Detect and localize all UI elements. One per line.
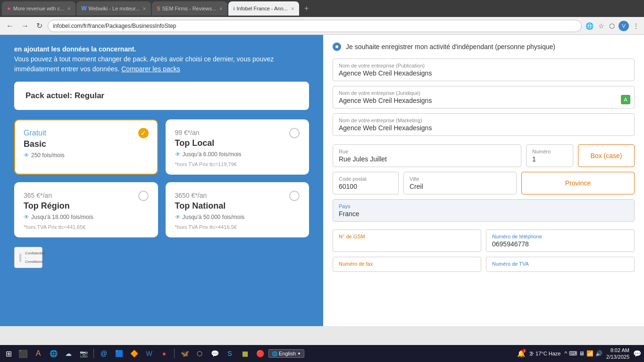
fax-field[interactable]: Numéro de fax xyxy=(333,257,481,272)
plan-top-local-radio[interactable] xyxy=(289,128,301,139)
plan-top-national-radio[interactable] xyxy=(289,191,301,202)
nom-juridique-value[interactable]: Agence Web Creil Hexadesigns xyxy=(339,97,628,104)
eye-icon-local: 👁 xyxy=(175,151,181,158)
language-selector[interactable]: 🌐 English ▼ xyxy=(268,349,304,358)
plan-top-region-tax: *hors TVA Prix ttc=441,65€ xyxy=(24,224,149,230)
captcha-label: Confidentiel - Conditions xyxy=(25,251,45,264)
menu-icon[interactable]: ⋮ xyxy=(632,21,640,31)
plan-top-region-radio[interactable] xyxy=(138,191,150,202)
address-bar[interactable]: infobel.com/fr/france/Packages/BusinessI… xyxy=(48,20,582,32)
taskbar-icon-2[interactable]: 🌐 xyxy=(47,347,60,360)
taskbar-divider-1 xyxy=(93,349,94,358)
comparer-link[interactable]: Comparer les packs xyxy=(121,65,180,73)
notification-icon[interactable]: 🔔 1 xyxy=(517,350,525,357)
tab-webwiki[interactable]: W Webwiki - Le moteur... ✕ xyxy=(76,1,151,16)
clock[interactable]: 8:02 AM 2/13/2025 xyxy=(606,347,629,361)
taskbar-msn-icon[interactable]: 🟦 xyxy=(112,347,125,360)
translate-green-icon[interactable]: A xyxy=(621,95,630,104)
address-row: Code postal 60100 Ville Creil Province xyxy=(333,172,635,194)
code-postal-label: Code postal xyxy=(339,176,393,182)
nom-marketing-field[interactable]: Nom de votre entreprise (Marketing) Agen… xyxy=(333,113,635,136)
nom-publication-value[interactable]: Agence Web Creil Hexadesigns xyxy=(339,69,628,77)
rue-value[interactable]: Rue Jules Juillet xyxy=(339,155,515,163)
fax-tva-row: Numéro de fax Numéro de TVA xyxy=(333,257,635,277)
eye-icon-national: 👁 xyxy=(175,214,181,220)
rue-field[interactable]: Rue Rue Jules Juillet xyxy=(333,144,521,167)
taskbar-browser-3[interactable]: ● xyxy=(158,347,171,360)
taskbar-icon-3[interactable]: 📷 xyxy=(77,347,90,360)
plan-top-local-price: 99 €*/an xyxy=(175,129,300,136)
translate-icon[interactable]: 🌐 xyxy=(585,21,594,31)
plan-top-local[interactable]: 99 €*/an Top Local 👁 Jusqu'à 6.000 fois/… xyxy=(166,119,309,175)
back-button[interactable]: ← xyxy=(4,21,16,31)
taskbar-skype-icon[interactable]: S xyxy=(223,347,236,360)
network-icon[interactable]: 📶 xyxy=(586,350,594,357)
taskbar-display-icon[interactable]: 🖥 xyxy=(579,350,585,357)
code-postal-field[interactable]: Code postal 60100 xyxy=(333,172,399,194)
volume-icon[interactable]: 🔊 xyxy=(595,350,602,357)
plan-top-national[interactable]: 3650 €*/an Top National 👁 Jusqu'à 50.000… xyxy=(166,182,309,237)
pack-actuel-card: Pack actuel: Regular xyxy=(14,82,309,110)
extension-icon[interactable]: ⬡ xyxy=(608,21,616,31)
ville-field[interactable]: Ville Creil xyxy=(403,172,517,194)
start-button[interactable]: ⊞ xyxy=(3,348,15,359)
ville-value[interactable]: Creil xyxy=(410,183,510,190)
taskbar-email-icon[interactable]: @ xyxy=(97,347,110,360)
taskbar-icon-1[interactable]: ⬛ xyxy=(17,347,30,360)
numero-field[interactable]: Numéro 1 xyxy=(526,144,573,167)
tab-close-4[interactable]: ✕ xyxy=(291,6,294,11)
fax-label: Numéro de fax xyxy=(339,261,475,267)
taskbar-divider-2 xyxy=(174,349,175,358)
captcha-checkbox[interactable] xyxy=(19,253,21,262)
taskbar-whatsapp-icon[interactable]: 💬 xyxy=(208,347,221,360)
taskbar-weather-icon[interactable]: ☁ xyxy=(62,347,75,360)
nom-marketing-label: Nom de votre entreprise (Marketing) xyxy=(339,118,628,123)
captcha-area: Confidentiel - Conditions xyxy=(14,243,309,268)
code-postal-value[interactable]: 60100 xyxy=(339,183,393,190)
tab-more-revenue[interactable]: ★ More revenue with c... ✕ xyxy=(2,1,75,16)
taskbar-fluent-icon[interactable]: 🦋 xyxy=(178,347,191,360)
nom-juridique-label: Nom de votre entreprise (Juridique) xyxy=(339,90,628,96)
radio-independant[interactable]: Je souhaite enregistrer mon activité d'i… xyxy=(333,42,635,51)
tab-sem-firms[interactable]: S SEM Firms - Reviews... ✕ xyxy=(152,1,227,16)
tab-close-2[interactable]: ✕ xyxy=(142,6,146,11)
taskbar-icon-yellow[interactable]: ▦ xyxy=(238,347,251,360)
gsm-field[interactable]: N° de GSM xyxy=(333,229,481,252)
taskbar-avast-icon[interactable]: A xyxy=(32,347,45,360)
numero-value[interactable]: 1 xyxy=(532,155,567,163)
telephone-field[interactable]: Numéro de téléphone 0695946778 xyxy=(486,229,635,252)
pays-value[interactable]: France xyxy=(339,210,628,218)
bookmark-icon[interactable]: ☆ xyxy=(597,21,605,31)
chevron-icon[interactable]: ^ xyxy=(564,350,567,357)
forward-button[interactable]: → xyxy=(19,21,31,31)
tab-close-1[interactable]: ✕ xyxy=(67,6,71,11)
tab-close-3[interactable]: ✕ xyxy=(219,6,223,11)
province-field[interactable]: Province xyxy=(521,172,635,194)
reload-button[interactable]: ↻ xyxy=(34,20,45,31)
tab-infobel[interactable]: i Infobel France - Ann... ✕ xyxy=(228,1,299,16)
ville-label: Ville xyxy=(410,176,510,182)
taskbar-tool-icon[interactable]: ⬡ xyxy=(193,347,206,360)
taskbar-chrome-icon[interactable]: 🔴 xyxy=(253,347,267,360)
nom-juridique-field[interactable]: Nom de votre entreprise (Juridique) Agen… xyxy=(333,86,635,109)
box-field[interactable]: Box (case) xyxy=(578,144,635,167)
taskbar-browser-1[interactable]: 🔶 xyxy=(127,347,141,360)
captcha-box[interactable]: Confidentiel - Conditions xyxy=(14,247,42,268)
pays-field[interactable]: Pays France xyxy=(333,199,635,222)
nom-publication-field[interactable]: Nom de votre entreprise (Publication) Ag… xyxy=(333,59,635,81)
weather-display: 🌫 17°C Haze xyxy=(529,351,560,356)
telephone-value[interactable]: 0695946778 xyxy=(492,240,628,248)
keyboard-icon[interactable]: ⌨ xyxy=(569,350,577,357)
notification-center-icon[interactable]: 💬 xyxy=(633,350,641,357)
plan-basic-radio[interactable]: ✓ xyxy=(138,128,150,139)
new-tab-button[interactable]: + xyxy=(300,2,313,15)
main-content: en ajoutant les données la concernant. V… xyxy=(0,35,644,326)
radio-dot xyxy=(333,42,341,51)
nom-marketing-value[interactable]: Agence Web Creil Hexadesigns xyxy=(339,124,628,132)
tva-field[interactable]: Numéro de TVA xyxy=(486,257,635,272)
plan-basic[interactable]: Gratuit Basic 👁 250 fois/mois ✓ xyxy=(14,119,158,175)
taskbar-browser-2[interactable]: W xyxy=(142,347,156,360)
profile-icon[interactable]: V xyxy=(619,21,629,31)
plan-top-region[interactable]: 365 €*/an Top Région 👁 Jusqu'à 18.000 fo… xyxy=(14,182,158,237)
intro-text: en ajoutant les données la concernant. V… xyxy=(14,44,309,74)
